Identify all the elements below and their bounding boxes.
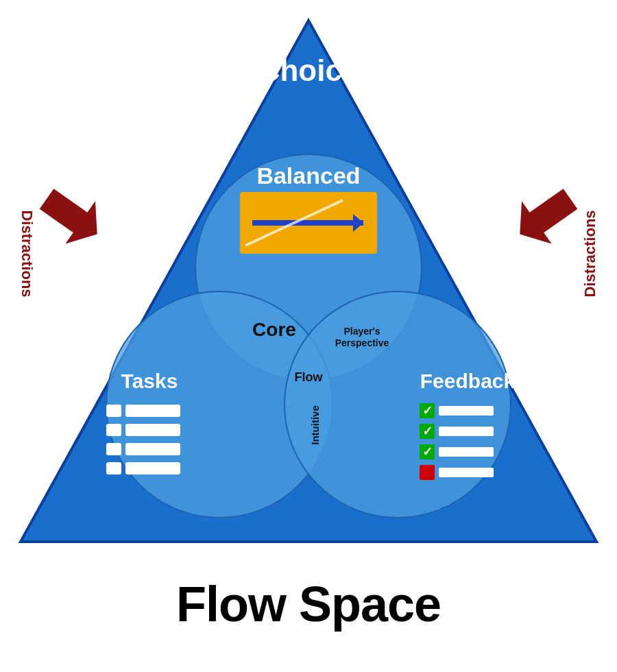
- choice-label: Choice: [258, 53, 359, 87]
- task-bar-3: [125, 443, 180, 455]
- left-distraction-arrow: [32, 178, 112, 256]
- balanced-label: Balanced: [256, 163, 360, 189]
- left-distraction-label: Distractions: [19, 210, 36, 297]
- feedback-bar-3: [439, 447, 494, 457]
- svg-marker-1: [505, 178, 585, 256]
- feedback-check-2: ✓: [422, 424, 433, 438]
- feedback-red-box: [420, 465, 435, 480]
- tasks-label: Tasks: [121, 370, 178, 392]
- right-distraction-arrow: [505, 178, 585, 256]
- flow-label: Flow: [295, 370, 324, 384]
- feedback-check-1: ✓: [422, 404, 433, 418]
- main-container: Distractions Distractions Choice Balance…: [0, 0, 617, 672]
- core-label: Core: [252, 319, 296, 340]
- flow-space-title: Flow Space: [176, 576, 441, 632]
- bottom-right-circle: [285, 291, 511, 518]
- feedback-bar-1: [439, 406, 494, 416]
- right-distraction-label: Distractions: [581, 210, 598, 297]
- feedback-bar-2: [439, 427, 494, 436]
- svg-marker-0: [32, 178, 112, 256]
- diagram-svg: Distractions Distractions Choice Balance…: [0, 0, 617, 576]
- task-icon-1: [106, 405, 121, 417]
- feedback-check-3: ✓: [422, 445, 433, 459]
- task-bar-4: [125, 462, 180, 475]
- feedback-bar-4: [439, 468, 494, 477]
- task-icon-3: [106, 443, 121, 455]
- feedback-label: Feedback: [420, 370, 516, 392]
- intuitive-label: Intuitive: [309, 405, 321, 445]
- task-bar-1: [125, 405, 180, 417]
- task-icon-4: [106, 462, 121, 475]
- players-perspective-label: Player's: [343, 326, 380, 337]
- task-bar-2: [125, 424, 180, 436]
- players-perspective-label2: Perspective: [335, 337, 389, 348]
- task-icon-2: [106, 424, 121, 436]
